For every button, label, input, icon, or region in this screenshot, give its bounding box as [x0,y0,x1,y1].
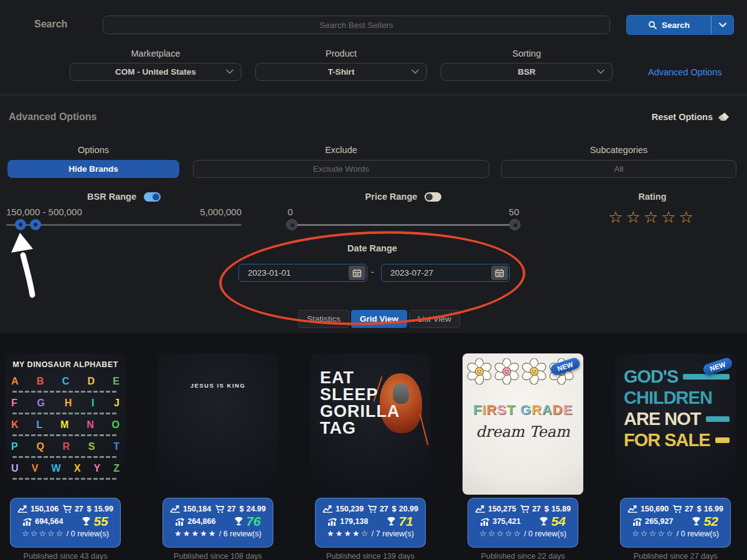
dollar-icon: $ [392,504,396,513]
search-button-main[interactable]: Search [627,16,711,34]
tab-grid-view[interactable]: Grid View [351,310,407,328]
price-range-label: Price Range [365,192,418,202]
subcategories-select[interactable]: All [501,160,736,178]
product-card[interactable]: EATSLEEPGORILLATAG 150,239 27 $20.99 179… [310,353,431,560]
bsr-range-current: 150,000 - 500,000 [6,207,82,217]
dinosaur-names-row [12,478,118,480]
trophy-icon [82,516,91,526]
bsr-slider-handle-min[interactable] [15,219,26,230]
stats-row-reviews: ★★★★★ / 6 review(s) [163,529,273,538]
alphabet-letter: H [65,398,72,409]
cart-icon [367,505,377,513]
product-card[interactable]: GOD'SCHILDRENARE NOTFOR SALE NEW 150,690… [615,353,736,560]
line-chart-icon [170,505,181,513]
design-letter: A [542,402,553,418]
date-start-value: 2023-01-01 [239,268,349,278]
price-range-slider[interactable] [286,219,520,230]
avg-bsr-value: 179,138 [340,517,368,526]
product-dropdown[interactable]: T-Shirt [255,63,427,81]
search-input[interactable] [103,16,610,34]
product-image[interactable]: JESUS IS KING [157,353,278,495]
sorting-dropdown[interactable]: BSR [441,63,613,81]
reset-options-button[interactable]: Reset Options [652,112,730,122]
bsr-value: 150,184 [183,505,211,513]
bsr-value: 150,275 [488,505,516,513]
date-end-input[interactable]: 2023-07-27 [381,264,510,282]
product-image[interactable]: MY DINOSAUR ALPHABETABCDE FGHIJ KLMNO PQ… [5,353,126,495]
product-image[interactable]: GOD'SCHILDRENARE NOTFOR SALE [615,353,736,495]
tab-list-view[interactable]: List View [409,310,460,328]
product-card[interactable]: FIRST GRADE dream Team NEW 150,275 27 $1… [463,353,583,560]
alphabet-letter: Y [93,463,100,474]
alphabet-letter: B [37,376,44,387]
product-card[interactable]: JESUS IS KING 150,184 27 $24.99 264,866 … [157,353,278,560]
date-start-input[interactable]: 2023-01-01 [238,264,367,282]
score-value: 76 [246,514,260,529]
chevron-down-icon [226,69,233,74]
avg-bsr-value: 694,564 [35,517,63,526]
published-since-label: Published since 22 days [463,552,583,560]
bsr-range-max: 5,000,000 [200,207,242,217]
marketplace-dropdown[interactable]: COM - United States [70,63,242,81]
bsr-range-slider[interactable] [6,219,242,230]
rating-label: Rating [591,192,713,202]
rating-star-filter[interactable]: ☆☆☆☆☆ [591,208,713,227]
reviews-count: / 0 review(s) [67,530,109,538]
stats-row-1: 150,275 27 $15.89 [468,498,578,513]
subcategories-value: All [614,164,623,174]
bar-chart-icon [327,518,337,526]
stats-row-reviews: ☆☆☆☆☆ / 0 review(s) [11,529,120,538]
price-value: 15.99 [94,505,113,513]
design-letter: D [553,402,563,418]
slider-track[interactable] [286,224,520,226]
stats-row-reviews: ☆☆☆☆☆ / 0 review(s) [468,529,578,538]
design-line: TAG [320,420,400,437]
hide-brands-button[interactable]: Hide Brands [7,160,179,178]
alphabet-letter: S [88,441,95,452]
design-line: ARE NOT [624,408,730,429]
search-options-caret[interactable] [711,16,733,34]
price-range-toggle[interactable] [425,192,441,202]
line-chart-icon [322,505,333,513]
price-value: 15.89 [552,505,571,513]
bsr-range-header: BSR Range [6,192,242,202]
reviews-count: / 7 review(s) [372,530,414,538]
subcategories-label: Subcategories [501,145,736,155]
bar-chart-icon [480,518,490,526]
product-value: T-Shirt [328,67,355,77]
design-stripe [715,437,730,443]
bsr-range-toggle[interactable] [144,192,161,202]
search-button[interactable]: Search [626,15,734,35]
sorting-label: Sorting [441,49,613,58]
marketplace-label: Marketplace [70,49,242,58]
calendar-icon-button[interactable] [491,266,508,280]
exclude-words-input[interactable] [193,160,489,178]
bsr-slider-handle-max[interactable] [30,219,41,230]
advanced-options-link[interactable]: Advanced Options [648,67,722,77]
product-card[interactable]: MY DINOSAUR ALPHABETABCDE FGHIJ KLMNO PQ… [5,353,126,560]
alphabet-letter: I [92,398,94,409]
product-image[interactable]: FIRST GRADE dream Team [463,353,583,495]
review-stars: ☆☆☆☆☆ [22,529,64,538]
alphabet-letter: P [11,441,18,452]
price-slider-handle-max[interactable] [509,219,520,230]
cart-icon [672,505,682,513]
bar-chart-icon [22,518,32,526]
options-label: Options [7,145,179,155]
stats-row-reviews: ☆☆☆☆☆ / 0 review(s) [621,529,730,538]
score-value: 55 [93,514,108,529]
slider-track[interactable] [6,224,242,226]
design-line: FOR SALE [624,429,730,450]
sales-value: 27 [532,505,541,513]
price-slider-handle-min[interactable] [286,219,298,230]
stats-row-1: 150,690 27 $16.99 [621,498,730,513]
cart-icon [215,505,225,513]
alphabet-letter: L [36,419,42,431]
chevron-down-icon [411,69,419,74]
tab-statistics[interactable]: Statistics [298,310,349,328]
line-chart-icon [627,505,638,513]
sales-value: 27 [227,505,236,513]
product-image[interactable]: EATSLEEPGORILLATAG [310,353,431,495]
trophy-icon [692,516,701,526]
calendar-icon-button[interactable] [349,266,365,280]
